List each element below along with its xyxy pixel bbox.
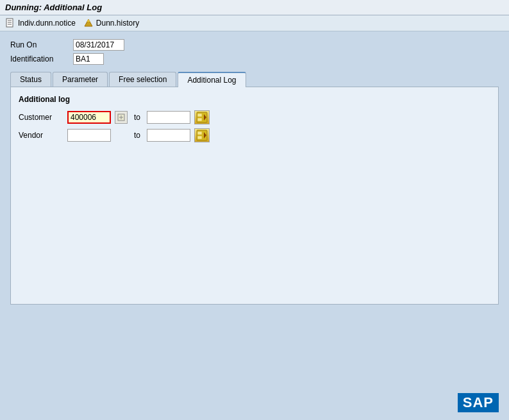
main-content: Run On Identification Status Parameter F… xyxy=(0,31,509,312)
tab-additional-log[interactable]: Additional Log xyxy=(178,72,246,87)
svg-marker-5 xyxy=(87,19,90,22)
customer-label: Customer xyxy=(19,113,63,122)
identification-input[interactable] xyxy=(73,53,104,65)
panel-title: Additional log xyxy=(19,95,490,104)
mountain-icon xyxy=(83,18,94,28)
tab-parameter[interactable]: Parameter xyxy=(53,72,108,87)
vendor-row: Vendor to xyxy=(19,128,490,142)
vendor-label: Vendor xyxy=(19,131,63,140)
tabs-container: Status Parameter Free selection Addition… xyxy=(10,71,499,87)
toolbar-label-history: Dunn.history xyxy=(96,19,139,28)
customer-to-input[interactable] xyxy=(147,111,190,124)
vendor-nav-btn[interactable] xyxy=(194,128,210,142)
toolbar-item-indiv-dunn[interactable]: Indiv.dunn.notice xyxy=(5,18,76,28)
identification-row: Identification xyxy=(10,53,499,65)
panel: Additional log Customer to xyxy=(10,87,499,305)
tab-free-selection[interactable]: Free selection xyxy=(109,72,176,87)
tab-status[interactable]: Status xyxy=(10,72,51,87)
customer-nav-btn[interactable] xyxy=(194,110,210,124)
sap-logo: SAP xyxy=(458,393,499,412)
svg-rect-14 xyxy=(197,131,202,135)
run-on-label: Run On xyxy=(10,40,68,49)
vendor-from-input[interactable] xyxy=(67,129,111,142)
toolbar: Indiv.dunn.notice Dunn.history xyxy=(0,15,509,31)
form-area: Run On Identification xyxy=(10,39,499,65)
run-on-row: Run On xyxy=(10,39,499,51)
title-text: Dunning: Additional Log xyxy=(5,3,102,12)
toolbar-item-dunn-history[interactable]: Dunn.history xyxy=(83,18,139,28)
vendor-to-input[interactable] xyxy=(147,129,190,142)
customer-row: Customer to xyxy=(19,110,490,124)
customer-from-input[interactable] xyxy=(67,111,111,124)
svg-rect-15 xyxy=(197,136,202,139)
run-on-input[interactable] xyxy=(73,39,124,51)
title-bar: Dunning: Additional Log xyxy=(0,0,509,15)
toolbar-label-indiv: Indiv.dunn.notice xyxy=(18,19,76,28)
customer-browse-btn[interactable] xyxy=(115,111,128,124)
identification-label: Identification xyxy=(10,55,68,63)
svg-rect-11 xyxy=(197,118,202,121)
vendor-to-label: to xyxy=(131,131,143,140)
svg-rect-10 xyxy=(197,113,202,117)
doc-icon xyxy=(5,18,15,28)
customer-to-label: to xyxy=(131,113,143,122)
